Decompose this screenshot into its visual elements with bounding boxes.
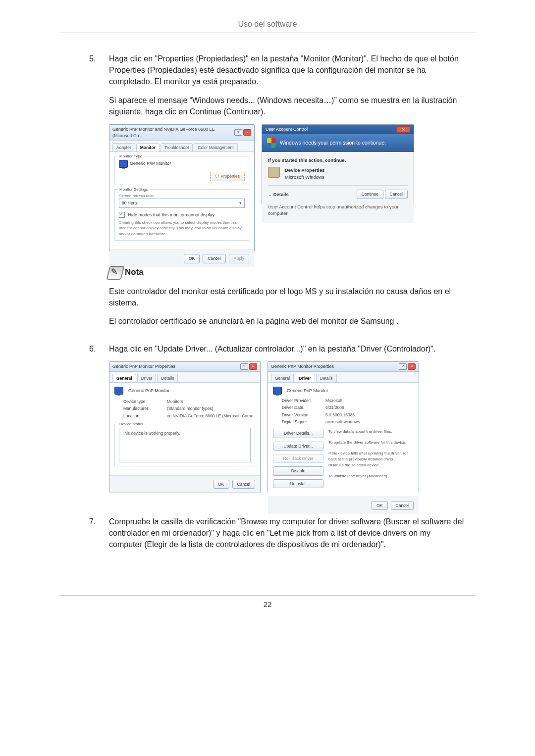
label-driver-provider: Driver Provider: bbox=[282, 398, 317, 403]
uac-banner-text: Windows needs your permission to contion… bbox=[280, 139, 386, 147]
uninstall-button[interactable]: Uninstall bbox=[273, 479, 323, 488]
tab-color-management[interactable]: Color Management bbox=[194, 143, 237, 151]
close-button[interactable]: × bbox=[408, 363, 416, 370]
value-manufacturer: (Standard monitor types) bbox=[167, 405, 214, 411]
step-5: 5. Haga clic en "Properties (Propiedades… bbox=[89, 53, 466, 334]
cancel-button[interactable]: Cancel bbox=[232, 480, 255, 489]
label-manufacturer: Manufacturer: bbox=[123, 405, 158, 411]
value-driver-date: 6/21/2006 bbox=[325, 404, 344, 410]
page-number: 22 bbox=[0, 600, 535, 608]
close-button[interactable]: × bbox=[249, 363, 257, 370]
monitor-properties-dialog: Generic PnP Monitor and NVIDIA GeForce 6… bbox=[109, 124, 255, 252]
dialog-title: Generic PnP Monitor and NVIDIA GeForce 6… bbox=[112, 126, 234, 139]
help-button[interactable]: ? bbox=[399, 363, 407, 370]
hide-modes-description: Clearing this check box allows you to se… bbox=[119, 220, 245, 237]
dialog-title: Generic PnP Monitor Properties bbox=[112, 363, 175, 370]
tab-troubleshoot[interactable]: Troubleshoot bbox=[160, 143, 193, 151]
figure-row-1: Generic PnP Monitor and NVIDIA GeForce 6… bbox=[109, 124, 466, 252]
device-status-legend: Device status bbox=[118, 421, 145, 427]
hide-modes-label: Hide modes that this monitor cannot disp… bbox=[128, 212, 215, 217]
monitor-settings-legend: Monitor Settings bbox=[118, 187, 150, 193]
update-driver-desc: To update the driver software for this d… bbox=[328, 440, 414, 451]
close-button[interactable]: × bbox=[243, 129, 251, 136]
step7-para: Compruebe la casilla de verificación "Br… bbox=[109, 516, 466, 551]
ok-button[interactable]: OK bbox=[213, 480, 229, 489]
figure-row-2: Generic PnP Monitor Properties ?× Genera… bbox=[109, 361, 466, 493]
close-button[interactable]: ✕ bbox=[396, 126, 410, 133]
monitor-type-legend: Monitor Type bbox=[118, 153, 144, 159]
device-icon bbox=[268, 167, 280, 178]
label-digital-signer: Digital Signer: bbox=[282, 419, 317, 425]
value-digital-signer: microsoft windows bbox=[325, 419, 360, 425]
step5-para1: Haga clic en "Properties (Propiedades)" … bbox=[109, 53, 466, 88]
monitor-name: Generic PnP Monitor bbox=[128, 388, 169, 394]
chevron-down-icon: ⌄ bbox=[268, 192, 272, 197]
cancel-button[interactable]: Cancel bbox=[203, 254, 225, 263]
disable-button[interactable]: Disable bbox=[273, 466, 323, 475]
cancel-button[interactable]: Cancel bbox=[385, 190, 408, 199]
note-para-2: El controlador certificado se anunciará … bbox=[109, 315, 466, 327]
label-driver-date: Driver Date: bbox=[282, 404, 317, 410]
step5-para2: Si aparece el mensaje “Windows needs... … bbox=[109, 95, 466, 117]
dialog-title: Generic PnP Monitor Properties bbox=[271, 363, 334, 370]
tab-adapter[interactable]: Adapter bbox=[112, 143, 135, 151]
tab-details[interactable]: Details bbox=[316, 374, 337, 382]
tab-general[interactable]: General bbox=[271, 374, 294, 382]
note-heading: Nota bbox=[108, 266, 466, 280]
value-device-type: Monitors bbox=[167, 399, 183, 404]
uac-if-started: If you started this action, continue. bbox=[268, 157, 408, 164]
refresh-rate-label: Screen refresh rate: bbox=[119, 193, 245, 199]
value-driver-version: 6.0.6000.16386 bbox=[325, 412, 355, 418]
help-button[interactable]: ? bbox=[240, 363, 248, 370]
step-number: 5. bbox=[89, 53, 100, 334]
uac-title: User Account Control bbox=[266, 126, 308, 133]
step-6: 6. Haga clic en "Update Driver... (Actua… bbox=[89, 343, 466, 507]
tab-driver[interactable]: Driver bbox=[295, 374, 315, 382]
label-driver-version: Driver Version: bbox=[282, 412, 317, 418]
monitor-props-general-dialog: Generic PnP Monitor Properties ?× Genera… bbox=[109, 361, 261, 493]
monitor-name: Generic PnP Monitor bbox=[287, 388, 328, 394]
device-status-text: This device is working properly. bbox=[119, 428, 251, 462]
note-icon bbox=[107, 266, 125, 280]
uac-help-line: User Account Control helps stop unauthor… bbox=[268, 203, 408, 217]
tab-details[interactable]: Details bbox=[157, 374, 178, 382]
rollback-driver-button[interactable]: Roll Back Driver bbox=[273, 454, 323, 463]
step-7: 7. Compruebe la casilla de verificación … bbox=[89, 516, 466, 557]
monitor-icon bbox=[119, 160, 128, 168]
ok-button[interactable]: OK bbox=[184, 254, 200, 263]
details-toggle[interactable]: Details bbox=[273, 192, 289, 197]
monitor-icon bbox=[114, 387, 123, 395]
step6-para: Haga clic en "Update Driver... (Actualiz… bbox=[109, 343, 466, 354]
continue-button[interactable]: Continue bbox=[357, 190, 383, 199]
monitor-icon bbox=[273, 387, 282, 395]
disable-desc: Disables the selected device. bbox=[328, 462, 414, 473]
monitor-props-driver-dialog: Generic PnP Monitor Properties ?× Genera… bbox=[268, 361, 419, 493]
hide-modes-checkbox[interactable] bbox=[119, 212, 125, 218]
properties-button[interactable]: 🛡 Properties bbox=[210, 172, 245, 181]
chevron-down-icon: ▾ bbox=[237, 200, 242, 206]
ok-button[interactable]: OK bbox=[372, 501, 387, 510]
step-number: 6. bbox=[89, 343, 100, 507]
refresh-rate-select[interactable]: 60 Hertz▾ bbox=[119, 199, 245, 207]
tab-monitor[interactable]: Monitor bbox=[136, 143, 160, 151]
driver-details-desc: To view details about the driver files. bbox=[328, 429, 414, 440]
uninstall-desc: To uninstall the driver (Advanced). bbox=[328, 473, 414, 479]
page-header: Uso del software bbox=[0, 15, 535, 33]
uac-dialog: User Account Control ✕ Windows needs you… bbox=[262, 124, 414, 204]
tab-driver[interactable]: Driver bbox=[137, 374, 157, 382]
cancel-button[interactable]: Cancel bbox=[391, 501, 414, 510]
rollback-driver-desc: If the device fails after updating the d… bbox=[328, 451, 414, 462]
driver-details-button[interactable]: Driver Details... bbox=[273, 429, 323, 438]
update-driver-button[interactable]: Update Driver... bbox=[273, 442, 323, 451]
shield-icon bbox=[267, 138, 276, 148]
help-button[interactable]: ? bbox=[234, 129, 242, 136]
label-location: Location: bbox=[123, 413, 158, 419]
tab-general[interactable]: General bbox=[112, 374, 136, 382]
uac-publisher: Microsoft Windows bbox=[285, 174, 324, 181]
value-driver-provider: Microsoft bbox=[325, 398, 342, 403]
label-device-type: Device type: bbox=[123, 399, 158, 404]
value-location: on NVIDIA GeForce 6600 LE (Microsoft Cor… bbox=[167, 413, 253, 419]
note-para-1: Este controlador del monitor está certif… bbox=[109, 286, 466, 308]
apply-button[interactable]: Apply bbox=[229, 254, 249, 263]
step-number: 7. bbox=[89, 516, 100, 557]
